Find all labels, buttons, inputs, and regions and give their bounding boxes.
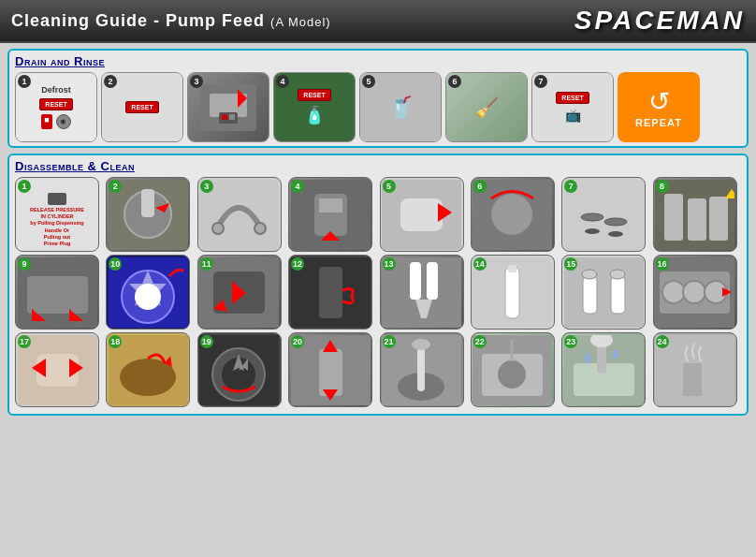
dis-step-num-20: 20 [291,335,304,348]
dis-step-16: 16 [653,255,737,330]
dis-step-13: 13 [380,255,464,330]
step3-image [196,80,261,136]
dis-step-9: 9 [15,255,99,330]
svg-rect-18 [400,198,443,231]
repeat-label: REPEAT [635,117,682,128]
dis-step-19: 19 [197,332,282,407]
svg-point-56 [582,270,597,279]
header: Cleaning Guide - Pump Feed (A Model) SPA… [0,0,756,43]
step-num-2: 2 [104,75,117,88]
svg-rect-4 [222,114,227,120]
brand-logo: SPACEMAN [574,6,745,36]
drain-step-1: 1 Defrost RESET ■ ❄ [15,72,97,142]
drain-step-7: 7 RESET 📺 [531,72,614,142]
dis-step-num-12: 12 [291,257,304,271]
dis-step-num-9: 9 [18,257,31,271]
svg-rect-82 [417,344,425,391]
dis-step-12: 12 [288,255,372,330]
drain-step-4: 4 RESET 🧴 [273,72,356,142]
dis-step-1: 1 RELEASE PRESSUREIN CYLINDERby Pulling … [15,177,99,252]
dis-step-num-16: 16 [656,257,669,271]
step-num-4: 4 [276,75,289,88]
step-num-5: 5 [362,75,375,88]
repeat-icon: ↺ [648,86,670,117]
svg-point-57 [610,270,625,279]
dis-step-22: 22 [471,332,555,407]
dis-step-num-11: 11 [200,257,213,271]
svg-point-92 [585,354,590,363]
svg-point-24 [604,218,627,226]
disassemble-section: Disassemble & Clean 1 RELEASE PRESSUREIN… [7,154,749,416]
dis-step-num-18: 18 [109,335,122,348]
dis-step-num-23: 23 [564,335,577,348]
svg-rect-45 [319,267,342,318]
svg-rect-8 [141,189,154,217]
step-num-3: 3 [190,75,203,88]
svg-rect-30 [709,197,728,241]
dis-step-8: 8 [653,177,737,252]
dis-step-num-15: 15 [564,257,577,271]
dis-step-20: 20 [288,332,372,407]
drain-step-8: ↺ REPEAT [618,72,700,142]
step-num-7: 7 [534,75,547,88]
repeat-display: ↺ REPEAT [618,72,700,142]
dis-step1-text: RELEASE PRESSUREIN CYLINDERby Pulling Di… [30,207,84,247]
svg-point-21 [491,194,532,235]
dis-step-2: 2 [106,177,190,252]
dis-step-num-22: 22 [473,335,487,348]
svg-point-12 [254,223,266,234]
svg-rect-77 [319,349,342,396]
svg-rect-29 [688,198,706,241]
dis-step-15: 15 [561,255,646,330]
svg-rect-47 [410,262,421,300]
dis-step-11: 11 [197,255,282,330]
dis-step-3: 3 [197,177,282,252]
dis-step-24: 24 [653,332,737,407]
dis-step-num-8: 8 [656,180,669,193]
svg-point-11 [212,223,224,234]
dis-step-18: 18 [106,332,190,407]
dis-step-7: 7 [561,177,646,252]
svg-rect-55 [611,276,625,314]
dis-step-num-13: 13 [383,257,396,271]
step-num-1: 1 [18,75,31,88]
drain-section-title: Drain and Rinse [15,54,741,68]
dis-step-4: 4 [288,177,372,252]
dis-step-23: 23 [561,332,646,407]
svg-rect-16 [319,198,342,213]
drain-step-6: 6 🧹 [445,72,528,142]
drain-section: Drain and Rinse 1 Defrost RESET ■ ❄ [7,49,749,148]
step-num-6: 6 [448,75,461,88]
dis-step-17: 17 [15,332,99,407]
svg-rect-5 [229,114,235,120]
dis-step-21: 21 [380,332,464,407]
svg-rect-28 [664,194,683,241]
page-title: Cleaning Guide - Pump Feed (A Model) [11,11,331,31]
disassemble-row-1: 1 RELEASE PRESSUREIN CYLINDERby Pulling … [15,177,741,252]
svg-rect-54 [583,276,597,314]
dis-step-5: 5 [380,177,464,252]
dis-step-num-1: 1 [18,180,31,193]
drain-step-3: 3 [187,72,269,142]
disassemble-row-2: 9 10 [15,255,741,330]
svg-point-25 [585,228,600,234]
dis-step-num-21: 21 [383,335,396,348]
svg-point-86 [498,360,526,388]
svg-rect-48 [427,262,438,300]
svg-point-26 [608,231,623,237]
dis-step-num-5: 5 [383,180,396,193]
main-content: Drain and Rinse 1 Defrost RESET ■ ❄ [0,43,756,557]
svg-point-93 [613,349,618,359]
drain-steps-row: 1 Defrost RESET ■ ❄ 2 RESET [15,72,741,142]
dis-step-num-24: 24 [656,335,669,348]
dis-step-num-17: 17 [18,335,31,348]
dis-step-num-6: 6 [473,180,487,193]
svg-rect-95 [683,363,702,396]
svg-rect-51 [505,267,519,318]
svg-rect-52 [508,265,516,272]
svg-point-60 [662,281,685,303]
svg-point-23 [581,213,603,221]
dis-step-num-14: 14 [473,257,487,271]
drain-step-2: 2 RESET [101,72,183,142]
drain-step-5: 5 🥤 [359,72,442,142]
